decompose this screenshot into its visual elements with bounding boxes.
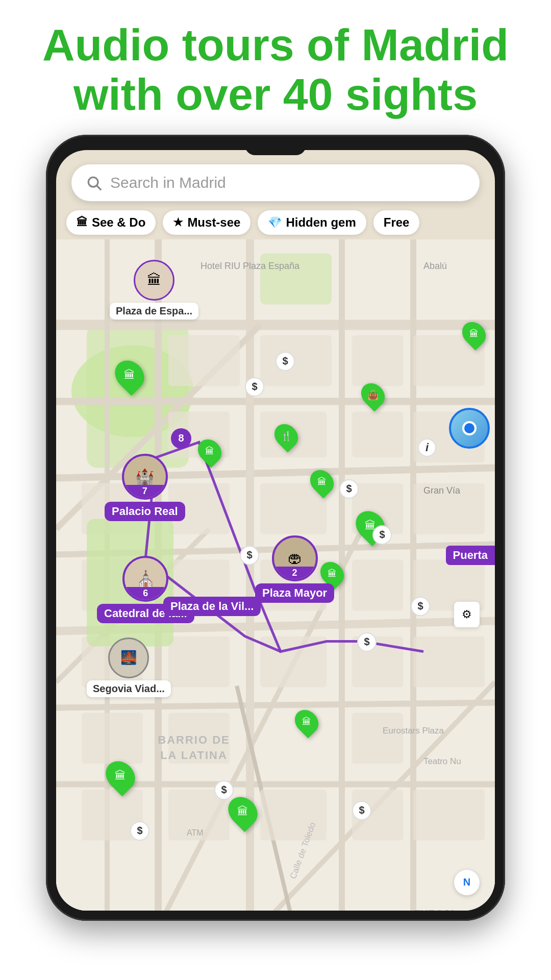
catedral-circle: ⛪ 6 — [122, 556, 168, 602]
plaza-mayor-label: Plaza Mayor — [255, 583, 334, 603]
museum-icon: 🏛 — [237, 805, 248, 818]
dollar-4: $ — [372, 525, 392, 545]
poi-museum-1[interactable]: 🏛 — [116, 359, 143, 391]
search-placeholder: Search in Madrid — [110, 174, 226, 191]
info-button[interactable]: i — [418, 438, 436, 457]
chip-see-do[interactable]: 🏛 See & Do — [66, 210, 156, 235]
svg-text:Abalú: Abalú — [423, 260, 447, 271]
poi-museum-2[interactable]: 🏛 — [199, 438, 220, 464]
compass: N — [454, 870, 480, 895]
phone-notch — [245, 140, 306, 155]
segovia-circle: 🌉 — [108, 638, 149, 678]
map-area[interactable]: BARRIO DE LA LATINA Hotel RIU Plaza Espa… — [56, 239, 495, 911]
puerta-label: Puerta — [446, 546, 495, 565]
star-icon: ★ — [173, 216, 183, 229]
museum-icon: 🏛 — [115, 769, 126, 782]
palacio-real-label: Palacio Real — [105, 502, 185, 521]
dollar-10: $ — [130, 821, 149, 841]
chip-see-do-label: See & Do — [92, 215, 145, 230]
museum-icon: 🏛 — [124, 369, 135, 382]
stop-number-2: 2 — [274, 567, 316, 579]
svg-text:BARRIO DE: BARRIO DE — [158, 733, 230, 746]
dollar-6: $ — [411, 597, 430, 616]
svg-text:Hotel RIU Plaza España: Hotel RIU Plaza España — [201, 260, 300, 271]
svg-rect-49 — [413, 636, 485, 687]
header-section: Audio tours of Madrid with over 40 sight… — [0, 0, 551, 135]
svg-line-1 — [97, 186, 101, 189]
museum-icon: 🏛 — [205, 446, 214, 456]
museum-icon: 🏛 — [469, 328, 479, 339]
museum-icon: 🏛 — [302, 716, 311, 727]
poi-museum-bottom1[interactable]: 🏛 — [107, 760, 134, 792]
chip-hidden-gem-label: Hidden gem — [286, 215, 356, 230]
gran-via-location — [449, 408, 490, 449]
food-icon: 🍴 — [281, 430, 292, 442]
gem-icon: 💎 — [268, 216, 282, 229]
svg-rect-28 — [352, 411, 403, 457]
poi-food[interactable]: 🍴 — [276, 423, 297, 449]
poi-museum-top[interactable]: 🏛 — [463, 321, 485, 347]
plaza-mayor-circle: 🏟 2 — [272, 535, 318, 581]
plaza-espana-stop: 🏛 Plaza de Espa... — [110, 260, 198, 320]
chip-must-see-label: Must-see — [187, 215, 240, 230]
building-icon: 🏛 — [77, 216, 88, 229]
chip-must-see[interactable]: ★ Must-see — [163, 210, 251, 235]
svg-rect-36 — [352, 559, 403, 610]
adjust-icon: ⚙ — [462, 608, 472, 621]
svg-rect-25 — [352, 335, 403, 386]
dollar-7: $ — [357, 632, 377, 652]
poi-museum-3[interactable]: 🏛 — [311, 469, 333, 495]
filter-chips: 🏛 See & Do ★ Must-see 💎 Hidden gem Free — [66, 210, 419, 235]
stop-number-7: 7 — [124, 485, 166, 498]
bag-icon: 👜 — [367, 389, 379, 401]
svg-text:Gran Vía: Gran Vía — [423, 485, 461, 495]
plaza-mayor-stop: 🏟 2 Plaza Mayor — [255, 535, 334, 603]
compass-n: N — [463, 876, 470, 888]
palacio-real-stop: 🏰 7 Palacio Real — [105, 454, 185, 521]
phone-screen: Search in Madrid 🏛 See & Do ★ Must-see 💎… — [56, 150, 495, 911]
plaza-espana-circle: 🏛 — [134, 260, 174, 301]
search-icon — [86, 175, 102, 191]
svg-text:ATM: ATM — [187, 828, 204, 837]
svg-text:EMBAJA: EMBAJA — [413, 908, 456, 911]
gran-via-circle — [449, 408, 490, 449]
search-bar[interactable]: Search in Madrid — [71, 164, 480, 201]
svg-rect-46 — [260, 789, 327, 840]
svg-rect-23 — [168, 335, 240, 386]
phone-container: Search in Madrid 🏛 See & Do ★ Must-see 💎… — [46, 135, 505, 921]
chip-free-label: Free — [384, 215, 410, 230]
chip-hidden-gem[interactable]: 💎 Hidden gem — [258, 210, 366, 235]
svg-rect-38 — [168, 636, 230, 687]
chip-free[interactable]: Free — [373, 210, 420, 235]
poi-bag[interactable]: 👜 — [362, 382, 384, 408]
location-dot-inner — [462, 421, 477, 435]
svg-rect-24 — [260, 335, 332, 386]
dollar-1: $ — [276, 352, 295, 371]
plaza-villa-label: Plaza de la Vil... — [163, 597, 261, 616]
stop-number-6: 6 — [124, 587, 166, 600]
plaza-espana-label: Plaza de Espa... — [110, 303, 198, 320]
svg-text:LA LATINA: LA LATINA — [160, 748, 228, 761]
segovia-stop: 🌉 Segovia Viad... — [87, 638, 171, 697]
adjust-button[interactable]: ⚙ — [454, 602, 480, 627]
stop-badge-8: 8 — [171, 428, 191, 449]
dollar-9: $ — [352, 801, 371, 820]
svg-rect-41 — [82, 713, 143, 764]
dollar-8: $ — [214, 780, 234, 800]
puerta-stop: Puerta — [446, 546, 495, 565]
museum-icon: 🏛 — [317, 476, 327, 487]
segovia-label: Segovia Viad... — [87, 680, 171, 697]
poi-museum-bottom2[interactable]: 🏛 — [230, 796, 256, 827]
svg-text:Teatro Nu: Teatro Nu — [423, 756, 461, 766]
dollar-3: $ — [339, 479, 359, 499]
header-title: Audio tours of Madrid with over 40 sight… — [31, 20, 520, 119]
dollar-2: $ — [245, 377, 264, 397]
svg-rect-43 — [352, 713, 403, 764]
plaza-villa-stop: Plaza de la Vil... — [163, 597, 261, 616]
poi-museum-bottom3[interactable]: 🏛 — [296, 709, 317, 734]
palacio-real-circle: 🏰 7 — [122, 454, 168, 500]
svg-rect-48 — [413, 789, 485, 840]
svg-text:Eurostars Plaza: Eurostars Plaza — [383, 725, 444, 735]
phone-frame: Search in Madrid 🏛 See & Do ★ Must-see 💎… — [46, 135, 505, 921]
